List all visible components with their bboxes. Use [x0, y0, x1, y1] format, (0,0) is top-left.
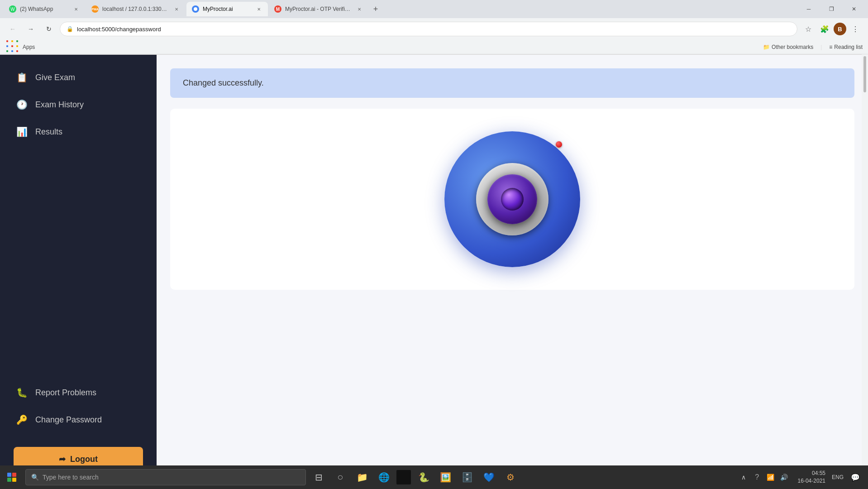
clock-time: 04:55 — [812, 470, 825, 477]
tab-myproctor[interactable]: MyProctor.ai ✕ — [186, 2, 268, 16]
tab-bar: W (2) WhatsApp ✕ PMA localhost / 127.0.0… — [0, 0, 868, 18]
taskbar-chrome[interactable]: 🌐 — [373, 466, 395, 488]
tab-whatsapp[interactable]: W (2) WhatsApp ✕ — [4, 2, 85, 16]
bookmark-star-button[interactable]: ☆ — [801, 22, 816, 36]
close-button[interactable]: ✕ — [844, 0, 864, 18]
taskbar-app-icons: ○ 📁 🌐 🐍 🖼️ 🗄️ 💙 ⚙ — [329, 466, 521, 488]
profile-avatar[interactable]: B — [834, 23, 846, 35]
scrollbar-thumb[interactable] — [863, 56, 866, 92]
minimize-button[interactable]: ─ — [798, 0, 819, 18]
tab-phpmyadmin[interactable]: PMA localhost / 127.0.0.1:3308 / d ✕ — [86, 2, 186, 16]
tray-question[interactable]: ? — [752, 472, 763, 483]
sidebar-item-report-problems[interactable]: 🐛 Report Problems — [0, 379, 157, 406]
sidebar: 📋 Give Exam 🕐 Exam History 📊 Results 🐛 R… — [0, 55, 157, 489]
task-view-button[interactable]: ⊟ — [308, 466, 329, 488]
url-bar[interactable]: 🔒 localhost:5000/changepassword — [60, 22, 797, 36]
start-button[interactable] — [0, 465, 24, 489]
taskbar-search-icon: 🔍 — [31, 474, 39, 481]
tab-myproctor-close[interactable]: ✕ — [255, 5, 262, 13]
taskbar-xampp[interactable]: ⚙ — [500, 466, 521, 488]
back-button[interactable]: ← — [5, 22, 20, 36]
results-icon: 📊 — [16, 126, 27, 137]
camera-red-dot — [556, 141, 562, 148]
tab-gmail-close[interactable]: ✕ — [356, 5, 363, 13]
apps-button[interactable]: Apps — [5, 39, 35, 55]
whatsapp-favicon: W — [9, 5, 16, 13]
clock-date: 16-04-2021 — [798, 477, 825, 485]
tray-wifi[interactable]: 📶 — [765, 472, 776, 483]
camera-illustration — [444, 131, 580, 267]
toolbar-actions: ☆ 🧩 B ⋮ — [801, 22, 863, 36]
url-text: localhost:5000/changepassword — [77, 26, 161, 33]
tab-whatsapp-close[interactable]: ✕ — [72, 5, 80, 13]
give-exam-icon: 📋 — [16, 72, 27, 83]
tab-whatsapp-label: (2) WhatsApp — [20, 6, 69, 12]
windows-logo — [7, 473, 16, 482]
reading-list-link[interactable]: ≡ Reading list — [829, 44, 863, 50]
sidebar-item-exam-history[interactable]: 🕐 Exam History — [0, 91, 157, 118]
report-problems-icon: 🐛 — [16, 387, 27, 398]
address-bar: ← → ↻ 🔒 localhost:5000/changepassword ☆ … — [0, 18, 868, 40]
sidebar-item-change-password[interactable]: 🔑 Change Password — [0, 406, 157, 433]
taskbar-black-square[interactable] — [396, 470, 411, 484]
other-bookmarks-label: Other bookmarks — [772, 44, 813, 50]
refresh-button[interactable]: ↻ — [42, 22, 56, 36]
taskbar-cortana[interactable]: ○ — [329, 466, 351, 488]
tray-volume[interactable]: 🔊 — [779, 472, 790, 483]
tab-gmail[interactable]: M MyProctor.ai - OTP Verificati... ✕ — [269, 2, 368, 16]
content-area: Changed successfully. — [157, 55, 868, 489]
taskbar-photoshop[interactable]: 🖼️ — [434, 466, 456, 488]
language-indicator[interactable]: ENG — [830, 472, 845, 483]
browser-chrome: W (2) WhatsApp ✕ PMA localhost / 127.0.0… — [0, 0, 868, 55]
exam-history-icon: 🕐 — [16, 99, 27, 110]
tab-phpmyadmin-close[interactable]: ✕ — [173, 5, 180, 13]
taskbar-database[interactable]: 🗄️ — [456, 466, 478, 488]
tray-chevron[interactable]: ∧ — [738, 472, 749, 483]
taskbar-center-icons: ⊟ — [308, 466, 329, 488]
security-icon: 🔒 — [67, 26, 73, 32]
tab-gmail-label: MyProctor.ai - OTP Verificati... — [285, 6, 352, 12]
system-tray: ∧ ? 📶 🔊 — [734, 465, 793, 489]
taskbar-right: ∧ ? 📶 🔊 04:55 16-04-2021 ENG 💬 — [731, 465, 868, 489]
main-container: 📋 Give Exam 🕐 Exam History 📊 Results 🐛 R… — [0, 55, 868, 489]
camera-sphere — [444, 131, 580, 267]
give-exam-label: Give Exam — [35, 73, 75, 82]
forward-button[interactable]: → — [24, 22, 38, 36]
report-problems-label: Report Problems — [35, 388, 96, 398]
taskbar: 🔍 Type here to search ⊟ ○ 📁 🌐 🐍 🖼️ 🗄️ 💙 … — [0, 465, 868, 489]
camera-ring — [476, 163, 548, 235]
scrollbar-track[interactable] — [862, 54, 868, 465]
reading-list-icon: ≡ — [829, 44, 832, 50]
success-message: Changed successfully. — [183, 78, 264, 87]
system-clock[interactable]: 04:55 16-04-2021 — [794, 470, 829, 485]
main-card — [170, 109, 854, 290]
change-password-icon: 🔑 — [16, 414, 27, 425]
taskbar-vscode[interactable]: 💙 — [478, 466, 500, 488]
apps-label: Apps — [23, 44, 35, 50]
results-label: Results — [35, 127, 62, 137]
logout-label: Logout — [70, 455, 98, 464]
extensions-button[interactable]: 🧩 — [817, 22, 832, 36]
success-banner: Changed successfully. — [170, 68, 854, 98]
maximize-button[interactable]: ❐ — [821, 0, 842, 18]
notification-button[interactable]: 💬 — [846, 465, 864, 489]
gmail-favicon: M — [274, 5, 281, 13]
other-bookmarks-link[interactable]: 📁 Other bookmarks — [763, 44, 813, 50]
new-tab-button[interactable]: + — [369, 3, 382, 15]
menu-button[interactable]: ⋮ — [848, 22, 863, 36]
sidebar-item-results[interactable]: 📊 Results — [0, 118, 157, 145]
bookmarks-bar: Apps 📁 Other bookmarks | ≡ Reading list — [0, 40, 868, 54]
myproctor-favicon — [192, 5, 199, 13]
taskbar-search-placeholder: Type here to search — [43, 474, 99, 481]
bookmark-folder-icon: 📁 — [763, 44, 770, 50]
window-controls: ─ ❐ ✕ — [798, 0, 864, 18]
camera-lens-inner — [501, 188, 524, 211]
sidebar-item-give-exam[interactable]: 📋 Give Exam — [0, 64, 157, 91]
tab-phpmyadmin-label: localhost / 127.0.0.1:3308 / d — [102, 6, 169, 12]
taskbar-search[interactable]: 🔍 Type here to search — [25, 469, 306, 485]
change-password-label: Change Password — [35, 415, 102, 425]
taskbar-file-explorer[interactable]: 📁 — [351, 466, 373, 488]
logout-icon: ➦ — [59, 454, 66, 464]
taskbar-snake-tool[interactable]: 🐍 — [413, 466, 434, 488]
phpmyadmin-favicon: PMA — [91, 5, 99, 13]
